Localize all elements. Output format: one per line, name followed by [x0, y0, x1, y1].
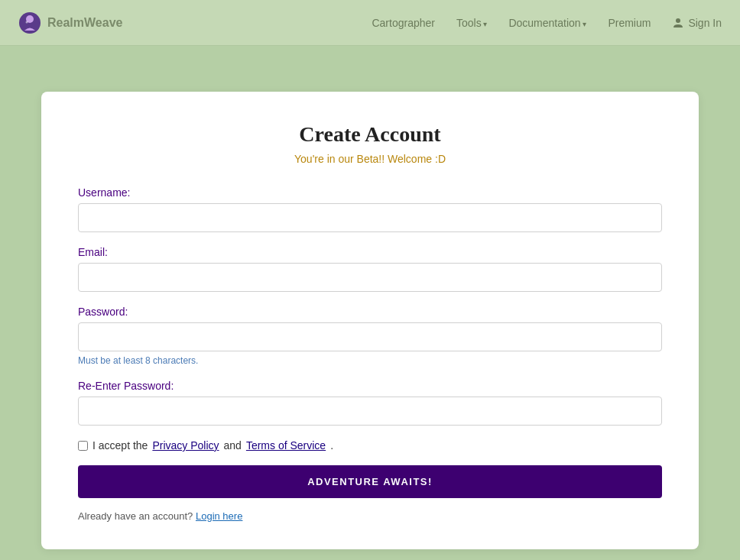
privacy-policy-link[interactable]: Privacy Policy [152, 439, 219, 452]
username-group: Username: [78, 186, 662, 232]
login-prompt-text: Already have an account? [78, 510, 193, 522]
password-input[interactable] [78, 322, 662, 351]
nav-link-tools[interactable]: Tools [456, 17, 487, 29]
login-row: Already have an account? Login here [78, 510, 662, 522]
brand-logo-icon [18, 11, 41, 34]
sign-in-label: Sign In [688, 17, 722, 29]
sign-in-link[interactable]: Sign In [672, 17, 722, 29]
terms-period: . [330, 439, 333, 452]
form-subtitle: You're in our Beta!! Welcome :D [78, 153, 662, 165]
password-group: Password: Must be at least 8 characters. [78, 306, 662, 366]
page-content: Create Account You're in our Beta!! Welc… [0, 46, 740, 560]
reenter-password-input[interactable] [78, 397, 662, 426]
navbar: RealmWeave Cartographer Tools Documentat… [0, 0, 740, 46]
password-hint: Must be at least 8 characters. [78, 355, 662, 366]
nav-link-documentation[interactable]: Documentation [508, 17, 586, 29]
nav-links: Cartographer Tools Documentation Premium… [372, 16, 722, 30]
nav-item-tools[interactable]: Tools [456, 16, 487, 30]
create-account-form: Username: Email: Password: Must be at le… [78, 186, 662, 522]
nav-item-cartographer[interactable]: Cartographer [372, 16, 435, 30]
brand-link[interactable]: RealmWeave [18, 11, 122, 34]
login-here-link[interactable]: Login here [196, 510, 242, 522]
terms-checkbox[interactable] [78, 441, 88, 451]
nav-link-premium[interactable]: Premium [608, 17, 651, 29]
terms-and-text: and [224, 439, 242, 452]
username-input[interactable] [78, 203, 662, 232]
svg-point-3 [676, 18, 680, 23]
nav-item-documentation[interactable]: Documentation [508, 16, 586, 30]
tos-link[interactable]: Terms of Service [246, 439, 326, 452]
email-label: Email: [78, 246, 662, 258]
reenter-password-label: Re-Enter Password: [78, 380, 662, 392]
create-account-card: Create Account You're in our Beta!! Welc… [41, 92, 699, 549]
reenter-password-group: Re-Enter Password: [78, 380, 662, 426]
terms-row: I accept the Privacy Policy and Terms of… [78, 439, 662, 452]
svg-point-2 [26, 21, 28, 23]
nav-item-premium[interactable]: Premium [608, 16, 651, 30]
username-label: Username: [78, 186, 662, 199]
terms-text-before: I accept the [92, 439, 148, 452]
nav-link-cartographer[interactable]: Cartographer [372, 17, 435, 29]
form-title: Create Account [78, 122, 662, 147]
person-icon [672, 17, 684, 29]
nav-item-signin[interactable]: Sign In [672, 17, 722, 29]
brand-name-text: RealmWeave [47, 16, 122, 30]
email-input[interactable] [78, 263, 662, 292]
password-label: Password: [78, 306, 662, 318]
submit-button[interactable]: ADVENTURE AWAITS! [78, 465, 662, 498]
email-group: Email: [78, 246, 662, 292]
